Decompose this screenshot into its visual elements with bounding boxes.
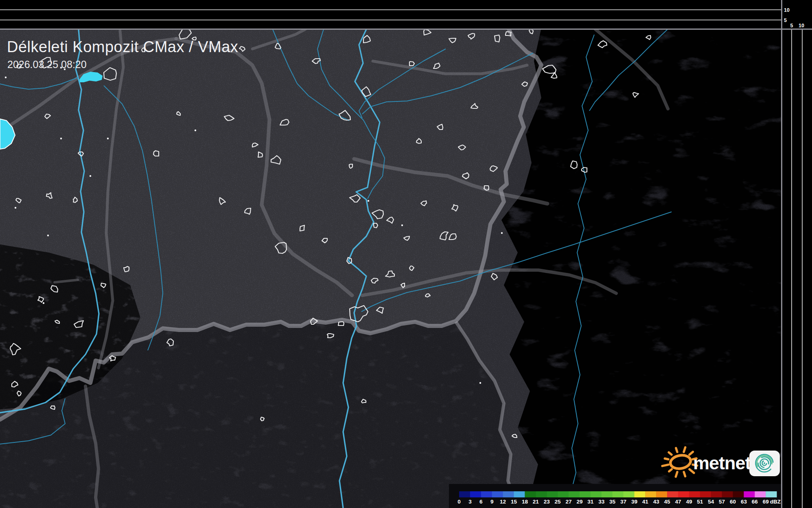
colorbar-tick-label: 45 (664, 499, 671, 505)
colorbar-cell (459, 491, 470, 497)
colorbar-cell (711, 491, 722, 497)
colorbar-tick-label: 60 (730, 499, 736, 505)
settlement-outline (90, 175, 91, 177)
settlement-outline (107, 138, 109, 139)
colorbar-cell (766, 491, 777, 497)
colorbar-tick-label: 27 (565, 499, 571, 505)
colorbar-cell (514, 491, 525, 497)
settlement-outline (47, 235, 49, 236)
colorbar-tick-label: 15 (511, 499, 517, 505)
colorbar-cell (634, 491, 645, 497)
colorbar-cell (744, 491, 755, 497)
colorbar-cell (667, 491, 678, 497)
colorbar-cell (613, 491, 624, 497)
radar-scene: Délkeleti Kompozit CMax / VMax 2026.03.2… (0, 0, 812, 508)
colorbar-cell (700, 491, 711, 497)
settlement-outline (401, 224, 403, 226)
colorbar-tick-label: 49 (686, 499, 692, 505)
colorbar-tick-label: 9 (490, 499, 494, 505)
colorbar-tick-label: 66 (752, 499, 758, 505)
colorbar-cell (536, 491, 547, 497)
colorbar-tick-label: 43 (653, 499, 660, 505)
sun-ray (662, 465, 668, 466)
height-scale-label: 10 (784, 7, 790, 13)
colorbar-tick-label: 29 (576, 499, 582, 505)
colorbar-cell (580, 491, 591, 497)
sun-ray (684, 447, 685, 452)
colorbar-tick-label: 57 (719, 499, 725, 505)
colorbar-cell (470, 491, 481, 497)
colorbar-tick-label: 12 (500, 499, 506, 505)
map-timestamp: 2026.03.25 08:20 (7, 59, 87, 70)
colorbar-tick-label: 6 (479, 499, 483, 505)
colorbar-cell (645, 491, 656, 497)
height-scale-label: 10 (799, 23, 804, 29)
colorbar-tick-label: 31 (587, 499, 594, 505)
height-scale-label: 5 (784, 18, 787, 23)
colorbar-cell (547, 491, 558, 497)
settlement-outline (195, 130, 196, 131)
sun-ray (665, 459, 668, 460)
colorbar-tick-label: 47 (675, 499, 681, 505)
colorbar-cell (481, 491, 492, 497)
colorbar-cell (689, 491, 700, 497)
colorbar-cell (591, 491, 602, 497)
colorbar-cell (602, 491, 613, 497)
settlement-outline (5, 77, 7, 78)
metnet-app-icon (749, 451, 780, 476)
settlement-outline (501, 232, 503, 234)
colorbar-cell (678, 491, 689, 497)
settlement-outline (368, 200, 369, 202)
colorbar-cell (558, 491, 569, 497)
colorbar-tick-label: 39 (631, 499, 637, 505)
settlement-outline (479, 382, 481, 384)
colorbar-tick-label: 3 (468, 499, 472, 505)
height-scale-label: 5 (790, 23, 793, 29)
colorbar-cell (624, 491, 635, 497)
colorbar-tick-label: 54 (708, 499, 714, 505)
colorbar-cell (525, 491, 536, 497)
sun-ray (684, 472, 685, 477)
sun-ray (676, 448, 677, 452)
colorbar-tick-label: 69 (763, 499, 769, 505)
metnet-wordmark: metnet (693, 453, 751, 473)
map-title: Délkeleti Kompozit CMax / VMax (7, 38, 238, 55)
colorbar-cell (492, 491, 503, 497)
colorbar-tick-label: 51 (697, 499, 703, 505)
colorbar-tick-label: 18 (522, 499, 528, 505)
colorbar-tick-label: 0 (457, 499, 461, 505)
top-height-panel (0, 0, 812, 29)
reflectivity-colorbar: 0369121518212325272931333537394143454749… (449, 484, 781, 508)
colorbar-cell (656, 491, 667, 497)
colorbar-tick-label: 23 (544, 499, 550, 505)
colorbar-cell (755, 491, 766, 497)
colorbar-tick-label: 41 (642, 499, 649, 505)
settlement-outline (60, 138, 62, 139)
colorbar-cell (722, 491, 733, 497)
settlement-outline (43, 302, 44, 304)
colorbar-tick-label: 63 (741, 499, 747, 505)
colorbar-cell (733, 491, 744, 497)
colorbar-tick-label: 33 (598, 499, 605, 505)
colorbar-cell (569, 491, 580, 497)
sun-ray (676, 472, 677, 477)
settlement-outline (15, 207, 16, 209)
radar-viewer: Délkeleti Kompozit CMax / VMax 2026.03.2… (0, 0, 812, 508)
colorbar-tick-label: 21 (533, 499, 539, 505)
radar-map-canvas[interactable] (0, 24, 781, 508)
colorbar-cell (503, 491, 514, 497)
colorbar-tick-label: 25 (555, 499, 561, 505)
colorbar-tick-label: 37 (620, 499, 626, 505)
colorbar-tick-label: 35 (609, 499, 616, 505)
right-height-panel (781, 0, 812, 508)
colorbar-unit-label: dBZ (770, 499, 781, 505)
